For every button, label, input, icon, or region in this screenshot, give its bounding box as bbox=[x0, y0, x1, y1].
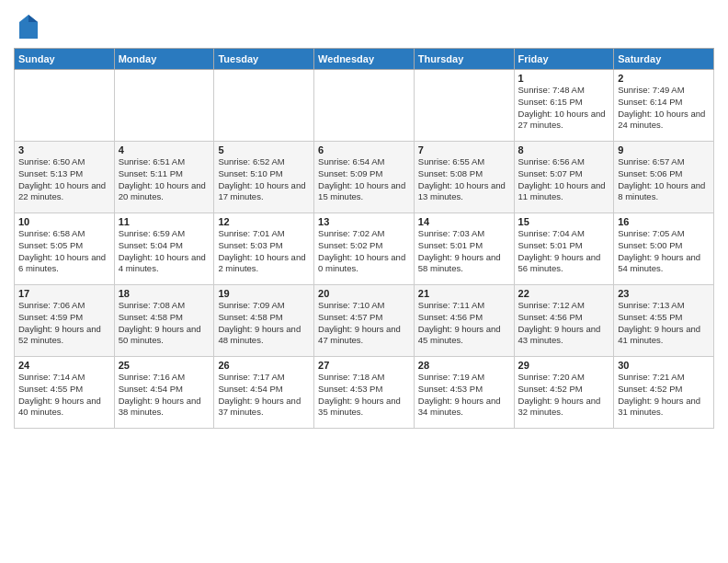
day-info: Sunrise: 6:58 AM Sunset: 5:05 PM Dayligh… bbox=[18, 228, 110, 275]
calendar-cell: 21Sunrise: 7:11 AM Sunset: 4:56 PM Dayli… bbox=[414, 285, 514, 357]
day-info: Sunrise: 7:16 AM Sunset: 4:54 PM Dayligh… bbox=[119, 372, 210, 419]
calendar-cell: 9Sunrise: 6:57 AM Sunset: 5:06 PM Daylig… bbox=[614, 142, 714, 213]
calendar-cell: 4Sunrise: 6:51 AM Sunset: 5:11 PM Daylig… bbox=[114, 142, 214, 213]
day-number: 23 bbox=[618, 288, 710, 299]
day-number: 8 bbox=[518, 144, 610, 155]
day-number: 15 bbox=[518, 216, 610, 227]
page-container: SundayMondayTuesdayWednesdayThursdayFrid… bbox=[0, 0, 728, 433]
day-number: 17 bbox=[18, 288, 110, 299]
day-number: 20 bbox=[318, 288, 410, 299]
calendar-cell bbox=[114, 70, 214, 142]
calendar-cell: 13Sunrise: 7:02 AM Sunset: 5:02 PM Dayli… bbox=[314, 213, 415, 285]
day-info: Sunrise: 7:03 AM Sunset: 5:01 PM Dayligh… bbox=[418, 228, 510, 275]
calendar-cell: 28Sunrise: 7:19 AM Sunset: 4:53 PM Dayli… bbox=[414, 357, 514, 429]
day-number: 5 bbox=[218, 144, 310, 155]
day-info: Sunrise: 7:20 AM Sunset: 4:52 PM Dayligh… bbox=[518, 372, 610, 419]
calendar-cell bbox=[15, 70, 115, 142]
page-header bbox=[14, 9, 714, 40]
calendar-cell bbox=[414, 70, 514, 142]
day-info: Sunrise: 7:21 AM Sunset: 4:52 PM Dayligh… bbox=[618, 372, 710, 419]
weekday-header: Saturday bbox=[614, 49, 714, 70]
day-number: 29 bbox=[518, 360, 610, 371]
calendar-cell: 16Sunrise: 7:05 AM Sunset: 5:00 PM Dayli… bbox=[614, 213, 714, 285]
calendar-cell: 8Sunrise: 6:56 AM Sunset: 5:07 PM Daylig… bbox=[514, 142, 614, 213]
calendar-week-row: 3Sunrise: 6:50 AM Sunset: 5:13 PM Daylig… bbox=[15, 142, 714, 213]
day-info: Sunrise: 7:10 AM Sunset: 4:57 PM Dayligh… bbox=[318, 300, 410, 347]
calendar-cell: 25Sunrise: 7:16 AM Sunset: 4:54 PM Dayli… bbox=[114, 357, 214, 429]
calendar-week-row: 10Sunrise: 6:58 AM Sunset: 5:05 PM Dayli… bbox=[15, 213, 714, 285]
calendar-cell: 1Sunrise: 7:48 AM Sunset: 6:15 PM Daylig… bbox=[514, 70, 614, 142]
day-info: Sunrise: 7:01 AM Sunset: 5:03 PM Dayligh… bbox=[218, 228, 310, 275]
calendar-cell: 18Sunrise: 7:08 AM Sunset: 4:58 PM Dayli… bbox=[114, 285, 214, 357]
day-info: Sunrise: 7:08 AM Sunset: 4:58 PM Dayligh… bbox=[119, 300, 210, 347]
day-info: Sunrise: 7:11 AM Sunset: 4:56 PM Dayligh… bbox=[418, 300, 510, 347]
calendar-cell: 7Sunrise: 6:55 AM Sunset: 5:08 PM Daylig… bbox=[414, 142, 514, 213]
calendar-cell bbox=[214, 70, 314, 142]
day-number: 12 bbox=[218, 216, 310, 227]
day-info: Sunrise: 6:56 AM Sunset: 5:07 PM Dayligh… bbox=[518, 156, 610, 203]
weekday-header: Thursday bbox=[414, 49, 514, 70]
logo bbox=[14, 13, 40, 40]
calendar-cell: 11Sunrise: 6:59 AM Sunset: 5:04 PM Dayli… bbox=[114, 213, 214, 285]
svg-marker-1 bbox=[28, 15, 38, 22]
calendar-cell: 14Sunrise: 7:03 AM Sunset: 5:01 PM Dayli… bbox=[414, 213, 514, 285]
calendar-header-row: SundayMondayTuesdayWednesdayThursdayFrid… bbox=[15, 49, 714, 70]
day-info: Sunrise: 7:13 AM Sunset: 4:55 PM Dayligh… bbox=[618, 300, 710, 347]
calendar-week-row: 17Sunrise: 7:06 AM Sunset: 4:59 PM Dayli… bbox=[15, 285, 714, 357]
day-info: Sunrise: 7:12 AM Sunset: 4:56 PM Dayligh… bbox=[518, 300, 610, 347]
calendar-cell: 6Sunrise: 6:54 AM Sunset: 5:09 PM Daylig… bbox=[314, 142, 415, 213]
day-number: 18 bbox=[119, 288, 210, 299]
day-info: Sunrise: 7:05 AM Sunset: 5:00 PM Dayligh… bbox=[618, 228, 710, 275]
calendar-cell: 3Sunrise: 6:50 AM Sunset: 5:13 PM Daylig… bbox=[15, 142, 115, 213]
day-number: 6 bbox=[318, 144, 410, 155]
weekday-header: Monday bbox=[114, 49, 214, 70]
day-info: Sunrise: 7:04 AM Sunset: 5:01 PM Dayligh… bbox=[518, 228, 610, 275]
day-info: Sunrise: 7:17 AM Sunset: 4:54 PM Dayligh… bbox=[218, 372, 310, 419]
day-number: 13 bbox=[318, 216, 410, 227]
weekday-header: Wednesday bbox=[314, 49, 415, 70]
day-info: Sunrise: 6:51 AM Sunset: 5:11 PM Dayligh… bbox=[119, 156, 210, 203]
day-number: 9 bbox=[618, 144, 710, 155]
day-info: Sunrise: 7:09 AM Sunset: 4:58 PM Dayligh… bbox=[218, 300, 310, 347]
day-info: Sunrise: 7:48 AM Sunset: 6:15 PM Dayligh… bbox=[518, 85, 610, 132]
calendar-cell: 30Sunrise: 7:21 AM Sunset: 4:52 PM Dayli… bbox=[614, 357, 714, 429]
day-number: 2 bbox=[618, 73, 710, 84]
day-info: Sunrise: 7:02 AM Sunset: 5:02 PM Dayligh… bbox=[318, 228, 410, 275]
calendar-cell: 29Sunrise: 7:20 AM Sunset: 4:52 PM Dayli… bbox=[514, 357, 614, 429]
day-info: Sunrise: 6:59 AM Sunset: 5:04 PM Dayligh… bbox=[119, 228, 210, 275]
calendar-cell: 19Sunrise: 7:09 AM Sunset: 4:58 PM Dayli… bbox=[214, 285, 314, 357]
calendar-week-row: 24Sunrise: 7:14 AM Sunset: 4:55 PM Dayli… bbox=[15, 357, 714, 429]
weekday-header: Tuesday bbox=[214, 49, 314, 70]
calendar-cell: 24Sunrise: 7:14 AM Sunset: 4:55 PM Dayli… bbox=[15, 357, 115, 429]
day-number: 19 bbox=[218, 288, 310, 299]
day-info: Sunrise: 7:19 AM Sunset: 4:53 PM Dayligh… bbox=[418, 372, 510, 419]
calendar-table: SundayMondayTuesdayWednesdayThursdayFrid… bbox=[14, 48, 714, 429]
day-number: 10 bbox=[18, 216, 110, 227]
calendar-cell: 12Sunrise: 7:01 AM Sunset: 5:03 PM Dayli… bbox=[214, 213, 314, 285]
day-number: 27 bbox=[318, 360, 410, 371]
day-number: 7 bbox=[418, 144, 510, 155]
day-info: Sunrise: 6:57 AM Sunset: 5:06 PM Dayligh… bbox=[618, 156, 710, 203]
calendar-cell: 22Sunrise: 7:12 AM Sunset: 4:56 PM Dayli… bbox=[514, 285, 614, 357]
day-number: 4 bbox=[119, 144, 210, 155]
day-info: Sunrise: 6:52 AM Sunset: 5:10 PM Dayligh… bbox=[218, 156, 310, 203]
day-info: Sunrise: 6:55 AM Sunset: 5:08 PM Dayligh… bbox=[418, 156, 510, 203]
day-info: Sunrise: 6:50 AM Sunset: 5:13 PM Dayligh… bbox=[18, 156, 110, 203]
calendar-cell: 20Sunrise: 7:10 AM Sunset: 4:57 PM Dayli… bbox=[314, 285, 415, 357]
day-number: 24 bbox=[18, 360, 110, 371]
calendar-cell: 23Sunrise: 7:13 AM Sunset: 4:55 PM Dayli… bbox=[614, 285, 714, 357]
day-number: 26 bbox=[218, 360, 310, 371]
weekday-header: Sunday bbox=[15, 49, 115, 70]
day-info: Sunrise: 6:54 AM Sunset: 5:09 PM Dayligh… bbox=[318, 156, 410, 203]
logo-icon bbox=[17, 13, 40, 40]
calendar-cell: 17Sunrise: 7:06 AM Sunset: 4:59 PM Dayli… bbox=[15, 285, 115, 357]
calendar-cell: 2Sunrise: 7:49 AM Sunset: 6:14 PM Daylig… bbox=[614, 70, 714, 142]
day-info: Sunrise: 7:18 AM Sunset: 4:53 PM Dayligh… bbox=[318, 372, 410, 419]
calendar-cell bbox=[314, 70, 415, 142]
calendar-cell: 10Sunrise: 6:58 AM Sunset: 5:05 PM Dayli… bbox=[15, 213, 115, 285]
day-number: 30 bbox=[618, 360, 710, 371]
day-number: 16 bbox=[618, 216, 710, 227]
calendar-cell: 5Sunrise: 6:52 AM Sunset: 5:10 PM Daylig… bbox=[214, 142, 314, 213]
calendar-cell: 15Sunrise: 7:04 AM Sunset: 5:01 PM Dayli… bbox=[514, 213, 614, 285]
weekday-header: Friday bbox=[514, 49, 614, 70]
